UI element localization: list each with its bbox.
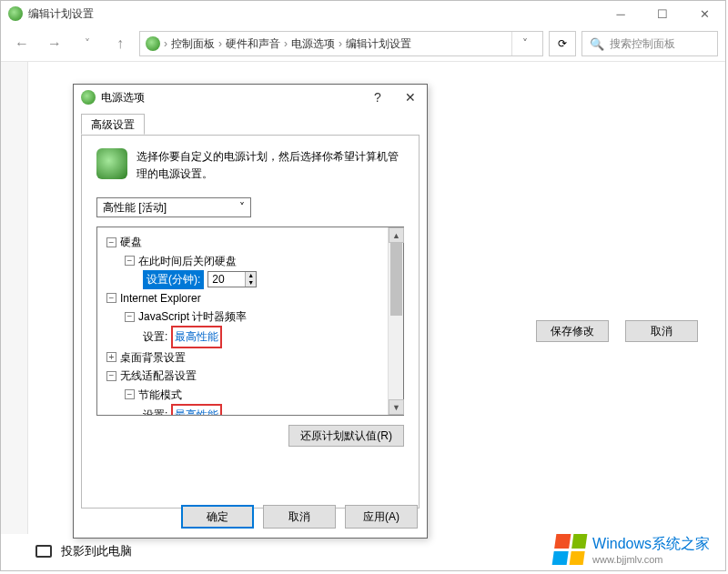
titlebar: 编辑计划设置 ─ ☐ ✕ [1, 1, 725, 26]
setting-label: 设置(分钟): [143, 270, 204, 288]
nav-forward-button[interactable]: → [41, 30, 68, 57]
power-icon [8, 6, 23, 21]
spinner-down-icon[interactable]: ▼ [245, 279, 256, 287]
power-options-dialog: 电源选项 ? ✕ 高级设置 选择你要自定义的电源计划，然后选择你希望计算机管理的… [73, 84, 428, 539]
search-icon: 🔍 [590, 37, 604, 51]
minutes-spinner[interactable]: ▲▼ [207, 271, 257, 287]
dialog-titlebar: 电源选项 ? ✕ [74, 85, 427, 110]
tree-leaf-hdd-setting[interactable]: 设置(分钟): ▲▼ [103, 270, 388, 288]
js-value[interactable]: 最高性能 [171, 326, 222, 347]
restore-defaults-button[interactable]: 还原计划默认值(R) [288, 425, 404, 447]
scroll-thumb[interactable] [390, 243, 402, 316]
tree-node-wifi[interactable]: −无线适配器设置 [103, 367, 388, 385]
power-icon [146, 36, 160, 51]
tree-node-hdd-off[interactable]: −在此时间后关闭硬盘 [103, 252, 388, 270]
nav-back-button[interactable]: ← [8, 30, 35, 57]
nav-up-button[interactable]: ↑ [106, 30, 134, 57]
dialog-title: 电源选项 [101, 90, 145, 106]
cancel-button[interactable]: 取消 [625, 320, 698, 342]
description-text: 选择你要自定义的电源计划，然后选择你希望计算机管理的电源设置。 [136, 148, 404, 183]
breadcrumb-item[interactable]: 硬件和声音 [226, 36, 280, 52]
scroll-up-icon[interactable]: ▲ [389, 227, 404, 243]
minimize-button[interactable]: ─ [600, 1, 642, 26]
nav-dropdown-button[interactable]: ˅ [74, 30, 101, 57]
toolbar: ← → ˅ ↑ › 控制面板 › 硬件和声音 › 电源选项 › 编辑计划设置 ˅… [1, 26, 725, 61]
windows-logo-icon [552, 534, 588, 565]
maximize-button[interactable]: ☐ [642, 1, 683, 26]
scrollbar[interactable]: ▲ ▼ [388, 227, 403, 415]
close-button[interactable]: ✕ [683, 1, 725, 26]
watermark-url: www.bjjmlv.com [592, 554, 710, 565]
tab-page: 选择你要自定义的电源计划，然后选择你希望计算机管理的电源设置。 高性能 [活动]… [81, 136, 420, 509]
project-to-pc-label: 投影到此电脑 [61, 543, 132, 559]
sidebar [1, 62, 28, 534]
project-to-pc-item[interactable]: 投影到此电脑 [35, 543, 132, 559]
breadcrumb-item[interactable]: 编辑计划设置 [346, 36, 411, 52]
spinner-up-icon[interactable]: ▲ [245, 272, 256, 279]
tree-leaf-wifi-setting[interactable]: 设置: 最高性能 [103, 404, 388, 415]
scroll-down-icon[interactable]: ▼ [389, 399, 404, 415]
chevron-down-icon[interactable]: ˅ [511, 32, 537, 55]
tree-node-wifi-mode[interactable]: −节能模式 [103, 386, 388, 404]
plan-select[interactable]: 高性能 [活动] ˅ [96, 197, 251, 217]
power-icon [81, 90, 96, 105]
tabstrip: 高级设置 [81, 114, 420, 136]
apply-button[interactable]: 应用(A) [345, 505, 418, 529]
minutes-input[interactable] [208, 273, 245, 286]
chevron-down-icon: ˅ [239, 201, 245, 214]
projector-icon [35, 545, 52, 558]
window-title: 编辑计划设置 [28, 6, 94, 22]
help-button[interactable]: ? [361, 85, 394, 110]
tree-node-desktop[interactable]: +桌面背景设置 [103, 348, 388, 367]
search-input[interactable]: 🔍 搜索控制面板 [581, 31, 718, 56]
settings-tree: −硬盘 −在此时间后关闭硬盘 设置(分钟): ▲▼ −Internet Expl… [96, 227, 404, 416]
save-button[interactable]: 保存修改 [536, 320, 609, 342]
refresh-button[interactable]: ⟳ [549, 31, 576, 56]
battery-icon [96, 148, 127, 179]
watermark-title: Windows系统之家 [592, 535, 710, 554]
tree-node-hdd[interactable]: −硬盘 [103, 233, 388, 251]
breadcrumb-item[interactable]: 电源选项 [291, 36, 335, 52]
tree-node-js-timer[interactable]: −JavaScript 计时器频率 [103, 307, 388, 326]
plan-selected-value: 高性能 [活动] [103, 200, 167, 216]
breadcrumb[interactable]: › 控制面板 › 硬件和声音 › 电源选项 › 编辑计划设置 ˅ [139, 31, 543, 56]
search-placeholder: 搜索控制面板 [610, 36, 675, 52]
tree-leaf-js-setting[interactable]: 设置: 最高性能 [103, 326, 388, 347]
breadcrumb-item[interactable]: 控制面板 [171, 36, 215, 52]
wifi-value[interactable]: 最高性能 [171, 404, 222, 415]
tab-advanced[interactable]: 高级设置 [81, 114, 145, 135]
cancel-button[interactable]: 取消 [263, 505, 336, 529]
ok-button[interactable]: 确定 [181, 505, 254, 529]
close-button[interactable]: ✕ [394, 85, 427, 110]
tree-node-ie[interactable]: −Internet Explorer [103, 289, 388, 307]
watermark: Windows系统之家 www.bjjmlv.com [554, 534, 710, 565]
